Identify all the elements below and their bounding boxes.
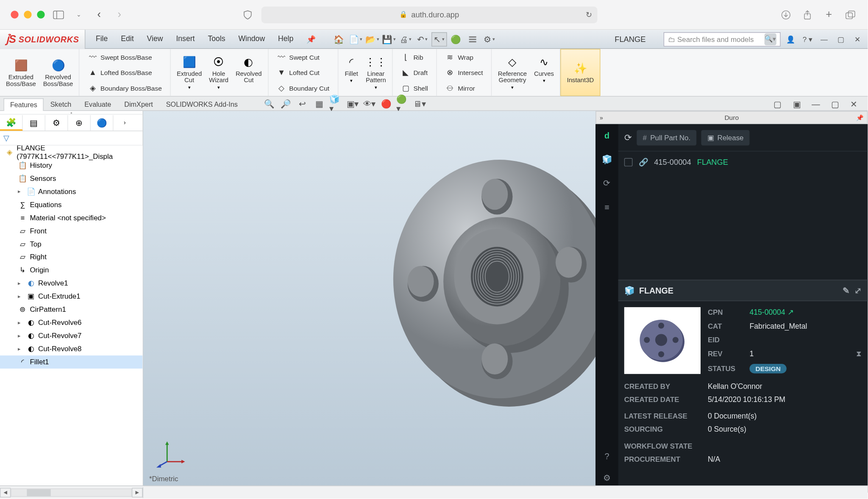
instant3d-button[interactable]: ✨Instant3D (560, 49, 600, 96)
duro-pull-part-input[interactable]: #Pull Part No. (637, 130, 696, 145)
fm-expand-icon[interactable]: › (114, 115, 136, 130)
tree-item-right[interactable]: ▱Right (0, 250, 143, 263)
previous-view-icon[interactable]: ↩ (296, 98, 309, 110)
swept-boss-button[interactable]: 〰Swept Boss/Base (86, 50, 164, 64)
options-list-icon[interactable] (465, 32, 480, 46)
duro-cloud-icon[interactable]: ⟳ (600, 177, 613, 190)
tree-item-cutrevolve6[interactable]: ▸◐Cut-Revolve6 (0, 316, 143, 329)
doc-maximize-icon[interactable]: ▢ (828, 98, 841, 110)
fm-tree-tab-icon[interactable]: 🧩 (0, 115, 23, 130)
duro-edit-icon[interactable]: ✎ (843, 286, 850, 295)
sidebar-toggle-icon[interactable] (52, 8, 65, 21)
tree-item-fillet1[interactable]: ◜Fillet1 (0, 355, 143, 369)
rib-button[interactable]: ⌊Rib (398, 50, 430, 64)
curves-button[interactable]: ∿Curves▾ (531, 54, 556, 91)
close-window[interactable] (11, 11, 18, 18)
menu-window[interactable]: Window (233, 32, 270, 46)
duro-logo-icon[interactable]: d (600, 129, 613, 142)
boundary-cut-button[interactable]: ◇Boundary Cut (274, 81, 332, 95)
select-icon[interactable]: ↖ (431, 32, 447, 46)
doc-tile-icon[interactable]: ▣ (790, 98, 803, 110)
download-icon[interactable] (779, 8, 793, 21)
pin-menu-icon[interactable]: 📌 (301, 32, 322, 46)
new-icon[interactable]: 📄 (348, 32, 363, 46)
maximize-window[interactable] (37, 11, 45, 18)
display-style-icon[interactable]: ▣▾ (346, 98, 359, 110)
fm-config-tab-icon[interactable]: ⚙ (45, 115, 68, 130)
apply-scene-icon[interactable]: 🟢▾ (396, 98, 409, 110)
feature-manager-scrollbar[interactable]: ◄ ► (0, 487, 143, 498)
app-minimize[interactable]: — (818, 33, 831, 46)
duro-parts-icon[interactable]: 🧊 (600, 152, 613, 166)
tree-item-material[interactable]: ≡Material <not specified> (0, 211, 143, 224)
view-orientation-icon[interactable]: 🧊▾ (329, 98, 342, 110)
wrap-button[interactable]: ≋Wrap (443, 50, 485, 64)
menu-tools[interactable]: Tools (203, 32, 231, 46)
intersect-button[interactable]: ⊗Intersect (443, 65, 485, 80)
tab-features[interactable]: Features (3, 98, 44, 111)
extruded-boss-button[interactable]: 🟫ExtrudedBoss/Base (3, 57, 38, 88)
tree-item-history[interactable]: 📋History (0, 159, 143, 172)
minimize-window[interactable] (24, 11, 31, 18)
duro-expand-icon[interactable]: » (600, 114, 603, 121)
fillet-button[interactable]: ◜Fillet▾ (342, 54, 361, 91)
tree-item-cutextrude1[interactable]: ▸▣Cut-Extrude1 (0, 290, 143, 303)
value-cpn[interactable]: 415-00004 ↗ (749, 308, 862, 317)
revolved-cut-button[interactable]: ◐RevolvedCut (233, 54, 264, 91)
tree-root[interactable]: ◈FLANGE (7977K11<<7977K11>_Displa (0, 146, 143, 159)
duro-pin-icon[interactable]: 📌 (856, 114, 863, 121)
duro-list-icon[interactable]: ≡ (600, 200, 613, 213)
menu-file[interactable]: File (90, 32, 113, 46)
settings-icon[interactable]: ⚙ (481, 32, 497, 46)
search-icon[interactable]: 🔍▾ (765, 33, 776, 45)
draft-button[interactable]: ◣Draft (398, 65, 430, 80)
linear-pattern-button[interactable]: ⋮⋮LinearPattern▾ (363, 54, 388, 91)
doc-minimize-icon[interactable]: — (809, 98, 822, 110)
share-icon[interactable] (801, 8, 814, 21)
section-view-icon[interactable]: ▦ (313, 98, 326, 110)
fm-property-tab-icon[interactable]: ▤ (23, 115, 46, 130)
reference-geometry-button[interactable]: ◇ReferenceGeometry▾ (495, 54, 529, 91)
tab-addins[interactable]: SOLIDWORKS Add-Ins (159, 98, 244, 111)
tree-item-front[interactable]: ▱Front (0, 224, 143, 237)
fm-dimxpert-tab-icon[interactable]: ⊕ (68, 115, 91, 130)
feature-filter-row[interactable]: ▽ (0, 131, 143, 146)
zoom-area-icon[interactable]: 🔎 (279, 98, 292, 110)
help-icon[interactable]: ? ▾ (801, 33, 814, 46)
address-bar[interactable]: 🔒 auth.duro.app ↻ (261, 6, 597, 23)
3d-viewport[interactable]: *Dimetric 🏠 🧊 📁 ▦ 🔵 📋 d 💬 🔄 » Duro 📌 (143, 111, 868, 485)
lofted-boss-button[interactable]: ▲Lofted Boss/Base (86, 65, 164, 80)
app-restore[interactable]: ▢ (834, 33, 847, 46)
tabs-icon[interactable] (844, 8, 857, 21)
tab-evaluate[interactable]: Evaluate (78, 98, 118, 111)
tree-item-cutrevolve8[interactable]: ▸◐Cut-Revolve8 (0, 342, 143, 355)
menu-help[interactable]: Help (273, 32, 299, 46)
duro-list-row[interactable]: 🔗 415-00004 FLANGE (624, 158, 862, 166)
tree-item-equations[interactable]: ∑Equations (0, 198, 143, 211)
print-icon[interactable]: 🖨 (398, 32, 414, 46)
tree-item-top[interactable]: ▱Top (0, 237, 143, 250)
search-box[interactable]: 🗀 Search files and models 🔍▾ (664, 32, 781, 46)
edit-appearance-icon[interactable]: 🔴 (379, 98, 392, 110)
tab-sketch[interactable]: Sketch (44, 98, 78, 111)
menu-insert[interactable]: Insert (171, 32, 200, 46)
duro-settings-icon[interactable]: ⚙ (600, 471, 613, 484)
scroll-right-icon[interactable]: ► (132, 488, 142, 497)
reload-icon[interactable]: ↻ (586, 10, 592, 19)
menu-edit[interactable]: Edit (116, 32, 139, 46)
extruded-cut-button[interactable]: 🟦ExtrudedCut▾ (174, 54, 204, 91)
swept-cut-button[interactable]: 〰Swept Cut (274, 50, 332, 64)
tree-item-annotations[interactable]: ▸📄Annotations (0, 185, 143, 198)
menu-view[interactable]: View (142, 32, 168, 46)
doc-new-window-icon[interactable]: ▢ (771, 98, 784, 110)
zoom-fit-icon[interactable]: 🔍 (263, 98, 276, 110)
shell-button[interactable]: ▢Shell (398, 81, 430, 95)
tree-item-cirpattern1[interactable]: ⊚CirPattern1 (0, 303, 143, 316)
user-icon[interactable]: 👤 (784, 33, 797, 46)
undo-icon[interactable]: ↶ (415, 32, 430, 46)
new-tab-icon[interactable]: + (822, 8, 835, 21)
filter-icon[interactable]: ▽ (3, 133, 9, 142)
duro-refresh-button[interactable]: ⟳ (624, 132, 632, 143)
tab-dimxpert[interactable]: DimXpert (118, 98, 159, 111)
mirror-button[interactable]: ⦵Mirror (443, 81, 485, 95)
